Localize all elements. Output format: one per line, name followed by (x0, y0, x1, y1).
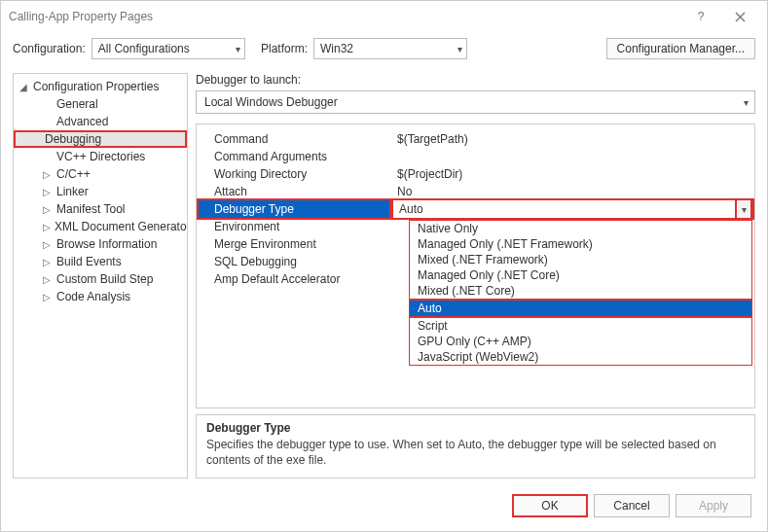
expand-icon[interactable]: ▷ (43, 239, 53, 250)
cancel-button[interactable]: Cancel (594, 494, 670, 517)
expand-icon[interactable]: ▷ (43, 222, 51, 232)
property-name: Command Arguments (197, 150, 391, 163)
grid-row[interactable]: Debugger TypeAuto▾ (197, 200, 754, 218)
chevron-down-icon: ▾ (236, 44, 240, 54)
ok-button[interactable]: OK (512, 494, 588, 517)
expand-icon[interactable]: ▷ (43, 169, 53, 180)
tree-item-label: Debugging (45, 132, 101, 146)
help-icon[interactable]: ? (681, 1, 720, 32)
property-name: Environment (197, 220, 391, 233)
window-title: Calling-App Property Pages (9, 10, 681, 23)
property-value[interactable]: $(TargetPath) (391, 132, 754, 146)
tree-item-label: Code Analysis (56, 290, 130, 303)
debugger-launch-value: Local Windows Debugger (204, 95, 338, 109)
close-icon[interactable] (720, 1, 759, 32)
tree-item-label: Custom Build Step (56, 272, 153, 286)
dropdown-option[interactable]: JavaScript (WebView2) (410, 349, 751, 365)
main-panel: Debugger to launch: Local Windows Debugg… (196, 73, 755, 479)
property-tree[interactable]: ◢ Configuration Properties GeneralAdvanc… (13, 73, 188, 479)
property-value[interactable]: No (391, 185, 754, 198)
tree-item-xml-document-generator[interactable]: ▷XML Document Generator (14, 218, 187, 235)
platform-value: Win32 (320, 42, 353, 55)
description-panel: Debugger Type Specifies the debugger typ… (196, 414, 755, 479)
tree-item-label: C/C++ (56, 167, 91, 181)
tree-root[interactable]: ◢ Configuration Properties (14, 78, 187, 95)
property-grid: Command$(TargetPath)Command ArgumentsWor… (196, 124, 755, 408)
expand-icon[interactable]: ▷ (43, 274, 53, 285)
tree-item-manifest-tool[interactable]: ▷Manifest Tool (14, 200, 187, 218)
tree-item-label: Build Events (56, 255, 122, 268)
tree-item-label: General (56, 97, 98, 111)
tree-item-linker[interactable]: ▷Linker (14, 183, 187, 200)
debugger-launch-combo[interactable]: Local Windows Debugger ▾ (196, 90, 755, 114)
tree-item-c-c-[interactable]: ▷C/C++ (14, 165, 187, 183)
tree-item-build-events[interactable]: ▷Build Events (14, 253, 187, 270)
dropdown-button[interactable]: ▾ (735, 198, 752, 220)
tree-item-vc-directories[interactable]: VC++ Directories (14, 148, 187, 165)
configuration-combo[interactable]: All Configurations ▾ (91, 38, 245, 59)
property-name: Working Directory (197, 167, 391, 181)
dropdown-option[interactable]: Native Only (410, 221, 751, 236)
configuration-manager-button[interactable]: Configuration Manager... (606, 38, 755, 59)
expand-icon[interactable]: ▷ (43, 187, 53, 197)
tree-item-label: Advanced (56, 115, 108, 128)
platform-combo[interactable]: Win32 ▾ (313, 38, 467, 59)
property-name: Command (197, 132, 391, 146)
apply-button[interactable]: Apply (676, 494, 751, 517)
expand-icon[interactable]: ▷ (43, 257, 53, 267)
collapse-icon[interactable]: ◢ (19, 82, 29, 92)
chevron-down-icon: ▾ (744, 97, 749, 108)
property-name: SQL Debugging (197, 255, 391, 268)
chevron-down-icon: ▾ (457, 44, 462, 54)
dropdown-option[interactable]: Mixed (.NET Core) (410, 283, 751, 299)
expand-icon[interactable]: ▷ (43, 292, 53, 302)
tree-root-label: Configuration Properties (33, 80, 159, 93)
property-value[interactable]: Auto▾ (391, 198, 754, 220)
platform-label: Platform: (261, 42, 308, 55)
debugger-launch-label: Debugger to launch: (196, 73, 755, 87)
titlebar: Calling-App Property Pages ? (1, 1, 767, 32)
configuration-bar: Configuration: All Configurations ▾ Plat… (1, 32, 767, 73)
tree-item-advanced[interactable]: Advanced (14, 113, 187, 130)
tree-item-debugging[interactable]: Debugging (14, 130, 187, 148)
grid-row[interactable]: Command$(TargetPath) (197, 130, 754, 148)
debugger-type-dropdown[interactable]: Native OnlyManaged Only (.NET Framework)… (409, 220, 752, 366)
grid-row[interactable]: Working Directory$(ProjectDir) (197, 165, 754, 183)
property-name: Amp Default Accelerator (197, 272, 391, 286)
tree-item-label: VC++ Directories (56, 150, 145, 163)
tree-item-label: Browse Information (56, 237, 157, 251)
description-text: Specifies the debugger type to use. When… (206, 437, 745, 468)
property-pages-window: Calling-App Property Pages ? Configurati… (0, 0, 768, 532)
property-value[interactable]: $(ProjectDir) (391, 167, 754, 181)
dialog-footer: OK Cancel Apply (1, 486, 767, 531)
description-title: Debugger Type (206, 421, 745, 435)
tree-item-general[interactable]: General (14, 95, 187, 113)
property-name: Debugger Type (197, 198, 391, 220)
tree-item-code-analysis[interactable]: ▷Code Analysis (14, 288, 187, 305)
tree-item-browse-information[interactable]: ▷Browse Information (14, 235, 187, 253)
tree-item-custom-build-step[interactable]: ▷Custom Build Step (14, 270, 187, 288)
grid-row[interactable]: Command Arguments (197, 148, 754, 165)
configuration-value: All Configurations (98, 42, 190, 55)
dropdown-option[interactable]: Managed Only (.NET Framework) (410, 236, 751, 252)
dropdown-option[interactable]: Script (410, 318, 751, 334)
tree-item-label: XML Document Generator (55, 220, 188, 233)
dropdown-option[interactable]: GPU Only (C++ AMP) (410, 334, 751, 349)
property-name: Merge Environment (197, 237, 391, 251)
expand-icon[interactable]: ▷ (43, 204, 53, 215)
dropdown-option[interactable]: Managed Only (.NET Core) (410, 267, 751, 283)
configuration-label: Configuration: (13, 42, 86, 55)
property-name: Attach (197, 185, 391, 198)
tree-item-label: Manifest Tool (56, 202, 125, 216)
tree-item-label: Linker (56, 185, 89, 198)
dropdown-option[interactable]: Auto (410, 299, 751, 318)
dropdown-option[interactable]: Mixed (.NET Framework) (410, 252, 751, 267)
